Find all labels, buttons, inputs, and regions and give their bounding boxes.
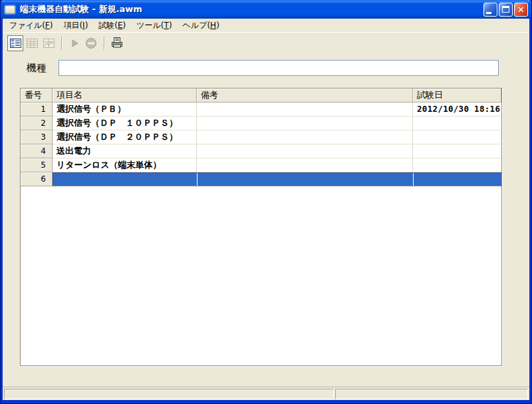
table-view-icon <box>27 38 38 49</box>
minimize-icon <box>486 12 491 14</box>
menu-item-label: 項目( <box>63 21 82 30</box>
table-row[interactable]: 3 選択信号（ＤＰ ２０ＰＰＳ） <box>21 130 501 144</box>
toolbar-separator <box>61 37 62 50</box>
menu-test[interactable]: 試験(E) <box>93 19 131 33</box>
stop-button[interactable] <box>83 35 99 51</box>
detail-view-button[interactable] <box>7 35 23 51</box>
test-date-cell[interactable] <box>413 172 501 186</box>
row-number-cell[interactable]: 5 <box>21 158 53 172</box>
row-number-cell[interactable]: 1 <box>21 102 53 116</box>
toolbar <box>3 33 529 53</box>
maximize-button[interactable] <box>499 3 513 17</box>
table-row[interactable]: 4 送出電力 <box>21 144 501 158</box>
application-icon <box>5 5 15 14</box>
window-controls: ✕ <box>483 3 528 17</box>
status-pane-right <box>335 389 528 399</box>
menu-test-suffix: ) <box>123 21 126 30</box>
menu-bar: ファイル(F) 項目(I) 試験(E) ツール(T) ヘルプ(H) <box>3 19 529 33</box>
table-row-selected[interactable]: 6 <box>21 172 501 186</box>
print-icon <box>111 37 123 49</box>
item-name-cell[interactable] <box>53 172 197 186</box>
item-name-cell[interactable]: 送出電力 <box>53 144 197 158</box>
item-name-cell[interactable]: リターンロス（端末単体） <box>53 158 197 172</box>
table-graph-button[interactable] <box>41 35 57 51</box>
item-name-cell[interactable]: 選択信号（ＤＰ １０ＰＰＳ） <box>53 116 197 130</box>
stop-icon <box>85 37 97 49</box>
close-button[interactable]: ✕ <box>514 3 528 17</box>
close-icon: ✕ <box>515 3 527 16</box>
test-date-cell[interactable] <box>413 158 501 172</box>
menu-item-suffix: ) <box>85 21 88 30</box>
menu-file-suffix: ) <box>50 21 53 30</box>
menu-help-label: ヘルプ( <box>183 21 211 30</box>
table-empty-area <box>21 186 501 366</box>
menu-tools-label: ツール( <box>136 21 164 30</box>
minimize-button[interactable] <box>483 3 497 17</box>
model-label: 機種 <box>27 62 47 75</box>
run-icon <box>70 39 79 48</box>
item-name-cell[interactable]: 選択信号（ＰＢ） <box>53 102 197 116</box>
test-date-cell[interactable]: 2012/10/30 18:16:2 <box>413 102 501 116</box>
test-date-cell[interactable] <box>413 130 501 144</box>
menu-file-mnemonic: F <box>45 21 50 30</box>
remarks-cell[interactable] <box>197 144 413 158</box>
test-date-cell[interactable] <box>413 144 501 158</box>
maximize-icon <box>502 6 509 13</box>
window-title: 端末機器自動試験 - 新規.awm <box>20 3 483 15</box>
menu-file-label: ファイル( <box>9 21 45 30</box>
table-row[interactable]: 2 選択信号（ＤＰ １０ＰＰＳ） <box>21 116 501 130</box>
remarks-cell[interactable] <box>197 172 413 186</box>
app-window: 端末機器自動試験 - 新規.awm ✕ ファイル(F) 項目(I) 試験(E) … <box>0 0 532 404</box>
remarks-cell[interactable] <box>197 116 413 130</box>
menu-test-label: 試験( <box>98 21 118 30</box>
toolbar-separator <box>104 37 104 50</box>
remarks-cell[interactable] <box>197 130 413 144</box>
row-number-cell[interactable]: 3 <box>21 130 53 144</box>
model-input[interactable] <box>59 60 499 76</box>
print-button[interactable] <box>109 35 125 51</box>
menu-tools-mnemonic: T <box>164 21 169 30</box>
row-number-cell[interactable]: 4 <box>21 144 53 158</box>
table-row[interactable]: 1 選択信号（ＰＢ） 2012/10/30 18:16:2 <box>21 102 501 116</box>
detail-view-icon <box>10 38 21 49</box>
status-pane-left <box>4 389 334 399</box>
column-header-remarks[interactable]: 備考 <box>197 89 413 102</box>
menu-help[interactable]: ヘルプ(H) <box>178 19 225 33</box>
row-number-cell[interactable]: 2 <box>21 116 53 130</box>
column-header-date[interactable]: 試験日 <box>413 89 501 102</box>
run-button[interactable] <box>66 35 82 51</box>
column-header-name[interactable]: 項目名 <box>53 89 197 102</box>
title-bar: 端末機器自動試験 - 新規.awm ✕ <box>0 0 532 19</box>
table-graph-icon <box>43 38 55 49</box>
menu-tools-suffix: ) <box>169 21 172 30</box>
test-item-table: 番号 項目名 備考 試験日 1 選択信号（ＰＢ） 2012/10/30 18:1… <box>20 88 502 366</box>
menu-help-mnemonic: H <box>210 21 216 30</box>
row-number-cell[interactable]: 6 <box>21 172 53 186</box>
column-header-no[interactable]: 番号 <box>21 89 53 102</box>
test-date-cell[interactable] <box>413 116 501 130</box>
menu-item[interactable]: 項目(I) <box>58 19 93 33</box>
table-view-button[interactable] <box>24 35 40 51</box>
menu-file[interactable]: ファイル(F) <box>4 19 58 33</box>
remarks-cell[interactable] <box>197 158 413 172</box>
remarks-cell[interactable] <box>197 102 413 116</box>
status-bar <box>3 387 529 400</box>
menu-test-mnemonic: E <box>118 21 123 30</box>
table-row[interactable]: 5 リターンロス（端末単体） <box>21 158 501 172</box>
table-header-row: 番号 項目名 備考 試験日 <box>21 89 501 102</box>
menu-help-suffix: ) <box>216 21 219 30</box>
item-name-cell[interactable]: 選択信号（ＤＰ ２０ＰＰＳ） <box>53 130 197 144</box>
menu-tools[interactable]: ツール(T) <box>131 19 177 33</box>
